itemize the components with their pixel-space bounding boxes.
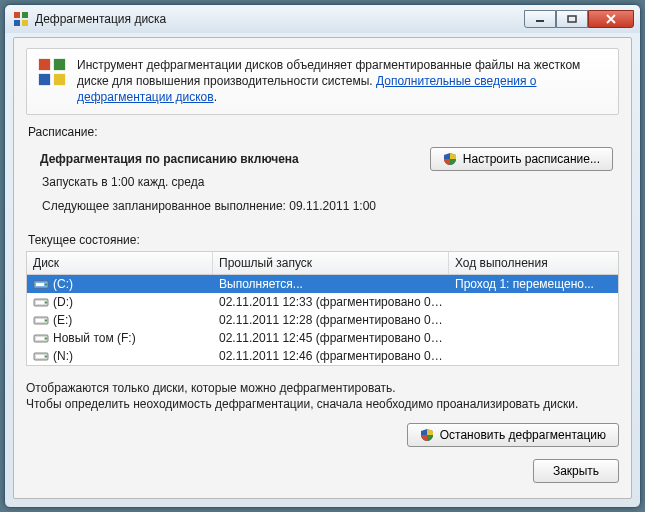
svg-rect-0 — [14, 12, 20, 18]
window-controls — [524, 10, 634, 28]
svg-rect-4 — [536, 20, 544, 22]
uac-shield-icon — [443, 152, 457, 166]
cell-progress — [449, 337, 618, 339]
svg-rect-3 — [22, 20, 28, 26]
table-row[interactable]: (E:)02.11.2011 12:28 (фрагментировано 0%… — [27, 311, 618, 329]
cell-last-run: 02.11.2011 12:28 (фрагментировано 0%) — [213, 312, 449, 328]
disk-name: Новый том (F:) — [53, 331, 136, 345]
cell-last-run: Выполняется... — [213, 276, 449, 292]
stop-defrag-label: Остановить дефрагментацию — [440, 428, 606, 442]
disk-name: (N:) — [53, 349, 73, 363]
action-row: Остановить дефрагментацию — [26, 423, 619, 447]
cell-disk: Новый том (F:) — [27, 330, 213, 346]
cell-disk: (D:) — [27, 294, 213, 310]
disk-table: Диск Прошлый запуск Ход выполнения (C:)В… — [26, 251, 619, 366]
svg-rect-7 — [54, 59, 65, 70]
cell-progress — [449, 355, 618, 357]
svg-rect-1 — [22, 12, 28, 18]
cell-disk: (N:) — [27, 348, 213, 364]
svg-point-18 — [45, 319, 47, 321]
svg-point-21 — [45, 337, 47, 339]
svg-point-12 — [45, 283, 47, 285]
svg-rect-6 — [39, 59, 50, 70]
cell-progress: Проход 1: перемещено... — [449, 276, 618, 292]
window-title: Дефрагментация диска — [35, 12, 524, 26]
uac-shield-icon — [420, 428, 434, 442]
close-dialog-label: Закрыть — [553, 464, 599, 478]
window-frame: Дефрагментация диска Инструмент дефрагме… — [4, 4, 641, 508]
svg-rect-14 — [36, 301, 44, 304]
svg-rect-9 — [54, 74, 65, 85]
schedule-panel: Дефрагментация по расписанию включена На… — [26, 143, 619, 223]
drive-icon — [33, 331, 49, 345]
col-header-progress[interactable]: Ход выполнения — [449, 252, 618, 274]
table-row[interactable]: Новый том (F:)02.11.2011 12:45 (фрагмент… — [27, 329, 618, 347]
maximize-button[interactable] — [556, 10, 588, 28]
footer-row: Закрыть — [26, 459, 619, 483]
stop-defrag-button[interactable]: Остановить дефрагментацию — [407, 423, 619, 447]
schedule-next-run: Следующее запланированное выполнение: 09… — [40, 199, 613, 213]
col-header-last-run[interactable]: Прошлый запуск — [213, 252, 449, 274]
drive-icon — [33, 349, 49, 363]
cell-disk: (E:) — [27, 312, 213, 328]
cell-progress — [449, 319, 618, 321]
content-area: Инструмент дефрагментации дисков объедин… — [13, 37, 632, 499]
cell-last-run: 02.11.2011 12:33 (фрагментировано 0%) — [213, 294, 449, 310]
col-header-disk[interactable]: Диск — [27, 252, 213, 274]
cell-last-run: 02.11.2011 12:45 (фрагментировано 0%) — [213, 330, 449, 346]
hint-line-1: Отображаются только диски, которые можно… — [26, 380, 619, 397]
svg-rect-17 — [36, 319, 44, 322]
schedule-status-title: Дефрагментация по расписанию включена — [40, 152, 299, 166]
table-row[interactable]: (D:)02.11.2011 12:33 (фрагментировано 0%… — [27, 293, 618, 311]
close-dialog-button[interactable]: Закрыть — [533, 459, 619, 483]
intro-text-after: . — [214, 90, 217, 104]
svg-point-24 — [45, 355, 47, 357]
hint-line-2: Чтобы определить неоходимость дефрагмент… — [26, 396, 619, 413]
table-body: (C:)Выполняется...Проход 1: перемещено..… — [27, 275, 618, 365]
defrag-app-icon — [13, 11, 29, 27]
svg-rect-20 — [36, 337, 44, 340]
hint-text: Отображаются только диски, которые можно… — [26, 380, 619, 414]
svg-rect-23 — [36, 355, 44, 358]
intro-text: Инструмент дефрагментации дисков объедин… — [77, 57, 608, 106]
svg-rect-8 — [39, 74, 50, 85]
drive-icon — [33, 295, 49, 309]
cell-last-run: 02.11.2011 12:46 (фрагментировано 0%) — [213, 348, 449, 364]
configure-schedule-label: Настроить расписание... — [463, 152, 600, 166]
minimize-button[interactable] — [524, 10, 556, 28]
current-state-label: Текущее состояние: — [28, 233, 617, 247]
configure-schedule-button[interactable]: Настроить расписание... — [430, 147, 613, 171]
cell-progress — [449, 301, 618, 303]
table-header: Диск Прошлый запуск Ход выполнения — [27, 252, 618, 275]
table-row[interactable]: (N:)02.11.2011 12:46 (фрагментировано 0%… — [27, 347, 618, 365]
disk-name: (E:) — [53, 313, 72, 327]
disk-name: (D:) — [53, 295, 73, 309]
defrag-info-icon — [37, 57, 67, 106]
drive-icon — [33, 313, 49, 327]
disk-name: (C:) — [53, 277, 73, 291]
svg-rect-2 — [14, 20, 20, 26]
svg-point-15 — [45, 301, 47, 303]
svg-rect-5 — [568, 16, 576, 22]
close-button[interactable] — [588, 10, 634, 28]
table-row[interactable]: (C:)Выполняется...Проход 1: перемещено..… — [27, 275, 618, 293]
svg-rect-11 — [36, 283, 44, 286]
cell-disk: (C:) — [27, 276, 213, 292]
titlebar[interactable]: Дефрагментация диска — [5, 5, 640, 33]
intro-panel: Инструмент дефрагментации дисков объедин… — [26, 48, 619, 115]
schedule-run-at: Запускать в 1:00 кажд. среда — [40, 175, 613, 189]
schedule-label: Расписание: — [28, 125, 617, 139]
drive-icon — [33, 277, 49, 291]
